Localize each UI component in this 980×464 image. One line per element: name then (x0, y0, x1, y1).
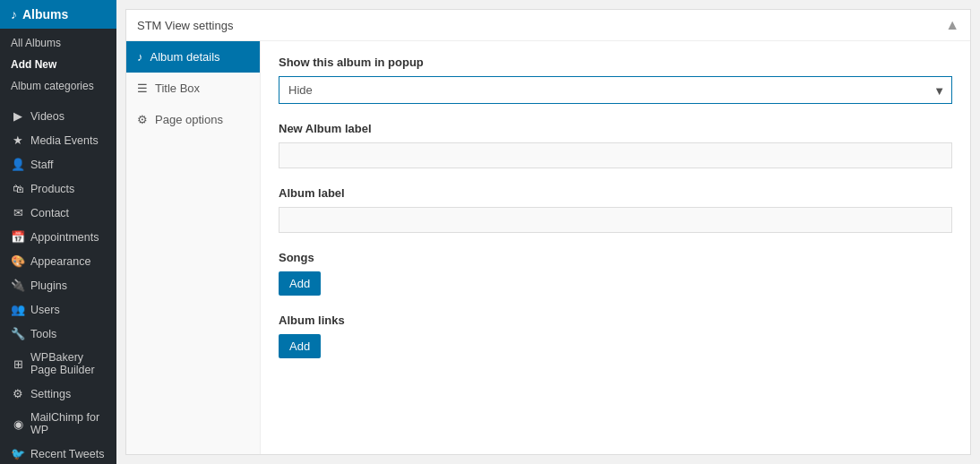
stm-nav: ♪ Album details ☰ Title Box ⚙ Page optio… (126, 41, 261, 454)
songs-add-button[interactable]: Add (279, 271, 321, 296)
sidebar-item-wpbakery[interactable]: ⊞ WPBakery Page Builder (0, 346, 116, 382)
contact-icon: ✉ (11, 206, 25, 219)
stm-body: ♪ Album details ☰ Title Box ⚙ Page optio… (126, 41, 970, 454)
sidebar-item-label: Settings (30, 388, 71, 400)
wpbakery-icon: ⊞ (11, 357, 25, 371)
sidebar-item-users[interactable]: 👥 Users (0, 297, 116, 322)
staff-icon: 👤 (11, 158, 25, 171)
sidebar-item-label: MailChimp for WP (30, 411, 106, 436)
sidebar-item-label: Products (30, 183, 74, 195)
sidebar-item-videos[interactable]: ▶ Videos (0, 104, 116, 128)
collapse-button[interactable]: ▲ (945, 17, 959, 33)
twitter-icon: 🐦 (11, 447, 25, 460)
sidebar-item-label: Recent Tweets (30, 448, 104, 460)
songs-label: Songs (279, 251, 952, 264)
users-icon: 👥 (11, 303, 25, 316)
title-box-nav-icon: ☰ (137, 82, 148, 95)
album-label-input[interactable] (279, 207, 952, 233)
sidebar-link-add-new[interactable]: Add New (0, 54, 116, 75)
sidebar-item-settings[interactable]: ⚙ Settings (0, 382, 116, 406)
sidebar-item-mailchimp[interactable]: ◉ MailChimp for WP (0, 406, 116, 442)
show-popup-group: Show this album in popup Hide Show ▼ (279, 56, 952, 104)
new-album-label-group: New Album label (279, 122, 952, 168)
album-label-group: Album label (279, 186, 952, 233)
sidebar-item-label: Media Events (30, 134, 99, 147)
sidebar-item-recent-tweets[interactable]: 🐦 Recent Tweets (0, 442, 116, 464)
sidebar-item-appointments[interactable]: 📅 Appointments (0, 225, 116, 249)
settings-icon: ⚙ (11, 387, 25, 400)
main-area: STM View settings ▲ ♪ Album details ☰ Ti… (116, 0, 980, 464)
sidebar-item-label: Appearance (30, 255, 90, 268)
new-album-label: New Album label (279, 122, 952, 135)
sidebar-header[interactable]: ♪ Albums (0, 0, 116, 29)
sidebar-header-label: Albums (22, 7, 68, 21)
sidebar-top-links: All Albums Add New Album categories (0, 29, 116, 100)
album-links-label: Album links (279, 314, 952, 327)
sidebar-item-label: Tools (30, 328, 56, 340)
sidebar-menu-items: ▶ Videos ★ Media Events 👤 Staff 🛍 Produc… (0, 100, 116, 464)
sidebar-item-label: Contact (30, 207, 69, 219)
sidebar-item-label: WPBakery Page Builder (30, 351, 106, 376)
sidebar: ♪ Albums All Albums Add New Album catego… (0, 0, 116, 464)
stm-nav-album-details[interactable]: ♪ Album details (126, 41, 260, 73)
album-details-nav-icon: ♪ (137, 50, 143, 64)
sidebar-item-appearance[interactable]: 🎨 Appearance (0, 249, 116, 273)
page-options-nav-icon: ⚙ (137, 113, 148, 126)
sidebar-item-label: Appointments (30, 231, 99, 244)
stm-panel-title: STM View settings (137, 19, 233, 32)
media-events-icon: ★ (11, 133, 25, 147)
sidebar-item-plugins[interactable]: 🔌 Plugins (0, 273, 116, 297)
stm-panel: STM View settings ▲ ♪ Album details ☰ Ti… (125, 9, 971, 455)
mailchimp-icon: ◉ (11, 417, 25, 431)
sidebar-item-media-events[interactable]: ★ Media Events (0, 128, 116, 152)
sidebar-item-products[interactable]: 🛍 Products (0, 176, 116, 201)
sidebar-item-label: Plugins (30, 279, 67, 292)
sidebar-item-staff[interactable]: 👤 Staff (0, 152, 116, 176)
sidebar-item-label: Users (30, 304, 60, 316)
stm-nav-label: Page options (155, 113, 223, 126)
stm-nav-page-options[interactable]: ⚙ Page options (126, 104, 260, 135)
stm-panel-header: STM View settings ▲ (126, 10, 970, 41)
sidebar-link-all-albums[interactable]: All Albums (0, 32, 116, 54)
show-popup-select-wrapper: Hide Show ▼ (279, 76, 952, 104)
sidebar-item-label: Videos (30, 110, 64, 123)
tools-icon: 🔧 (11, 327, 25, 340)
sidebar-item-contact[interactable]: ✉ Contact (0, 201, 116, 225)
album-label-label: Album label (279, 186, 952, 200)
plugins-icon: 🔌 (11, 279, 25, 292)
album-links-group: Album links Add (279, 314, 952, 358)
show-popup-label: Show this album in popup (279, 56, 952, 69)
stm-nav-label: Title Box (155, 82, 200, 95)
appearance-icon: 🎨 (11, 254, 25, 268)
sidebar-item-label: Staff (30, 159, 53, 171)
show-popup-select[interactable]: Hide Show (279, 76, 952, 104)
video-icon: ▶ (11, 109, 25, 123)
music-icon: ♪ (11, 7, 17, 21)
songs-group: Songs Add (279, 251, 952, 296)
stm-nav-title-box[interactable]: ☰ Title Box (126, 73, 260, 104)
stm-nav-label: Album details (150, 50, 220, 64)
appointments-icon: 📅 (11, 230, 25, 244)
sidebar-item-tools[interactable]: 🔧 Tools (0, 322, 116, 346)
stm-form: Show this album in popup Hide Show ▼ New… (261, 41, 970, 454)
new-album-input[interactable] (279, 142, 952, 168)
products-icon: 🛍 (11, 182, 25, 195)
album-links-add-button[interactable]: Add (279, 334, 321, 358)
sidebar-link-album-categories[interactable]: Album categories (0, 75, 116, 97)
